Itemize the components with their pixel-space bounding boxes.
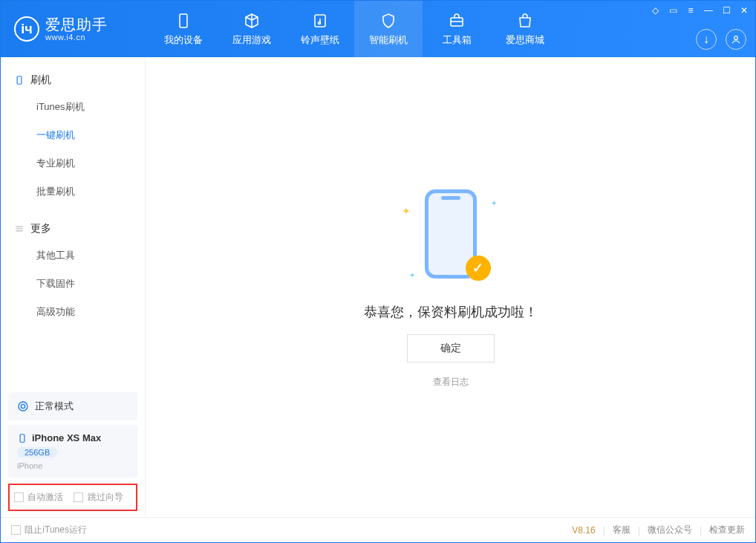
sidebar-item-onekey[interactable]: 一键刷机 xyxy=(1,121,145,149)
svg-rect-7 xyxy=(20,434,25,442)
version-label: V8.16 xyxy=(572,525,595,536)
download-icon[interactable]: ↓ xyxy=(696,29,717,50)
sidebar-item-advanced[interactable]: 高级功能 xyxy=(1,298,145,326)
svg-rect-0 xyxy=(180,14,187,27)
user-icon[interactable] xyxy=(726,29,746,50)
logo-icon: iч xyxy=(14,16,39,42)
sidebar-section-more: 更多 xyxy=(1,216,145,241)
success-message: 恭喜您，保资料刷机成功啦！ xyxy=(364,303,538,321)
tab-store[interactable]: 爱思商城 xyxy=(491,1,559,57)
device-card[interactable]: iPhone XS Max 256GB iPhone xyxy=(8,425,137,478)
success-illustration: ✦ ✦ ✦ ✓ xyxy=(406,186,495,290)
sidebar-section-flash: 刷机 xyxy=(1,68,145,93)
app-name: 爱思助手 xyxy=(45,16,108,33)
shield-icon xyxy=(379,12,397,30)
svg-point-6 xyxy=(19,402,27,411)
bag-icon xyxy=(516,12,534,30)
list-icon[interactable]: ≡ xyxy=(685,5,696,16)
list-small-icon xyxy=(14,224,25,234)
tab-tools[interactable]: 工具箱 xyxy=(423,1,491,57)
device-icon xyxy=(17,433,27,443)
update-link[interactable]: 检查更新 xyxy=(709,524,745,536)
tab-ring[interactable]: 铃声壁纸 xyxy=(286,1,354,57)
close-icon[interactable]: ✕ xyxy=(739,5,749,16)
sidebar: 刷机 iTunes刷机 一键刷机 专业刷机 批量刷机 更多 其他工具 下载固件 … xyxy=(1,57,146,517)
svg-rect-5 xyxy=(17,77,22,85)
cube-icon xyxy=(243,12,261,30)
wechat-link[interactable]: 微信公众号 xyxy=(648,524,692,536)
svg-point-2 xyxy=(319,22,321,24)
music-icon xyxy=(311,12,329,30)
tab-flash[interactable]: 智能刷机 xyxy=(354,1,423,57)
app-domain: www.i4.cn xyxy=(45,33,108,42)
skin-icon[interactable]: ◇ xyxy=(650,5,660,16)
menu-icon[interactable]: ▭ xyxy=(668,5,678,16)
sparkle-icon: ✦ xyxy=(409,271,415,279)
sidebar-item-pro[interactable]: 专业刷机 xyxy=(1,149,145,178)
sync-icon xyxy=(17,400,29,412)
minimize-icon[interactable]: — xyxy=(703,5,714,16)
sparkle-icon: ✦ xyxy=(491,199,497,207)
app-window: iч 爱思助手 www.i4.cn 我的设备 应用游戏 铃声壁纸 智能刷机 xyxy=(0,0,756,543)
phone-small-icon xyxy=(14,75,25,85)
main-content: ✦ ✦ ✦ ✓ 恭喜您，保资料刷机成功啦！ 确定 查看日志 xyxy=(146,57,755,517)
toolbox-icon xyxy=(448,12,466,30)
logo: iч 爱思助手 www.i4.cn xyxy=(1,16,149,42)
device-name: iPhone XS Max xyxy=(32,432,101,443)
body: 刷机 iTunes刷机 一键刷机 专业刷机 批量刷机 更多 其他工具 下载固件 … xyxy=(1,57,755,517)
device-type: iPhone xyxy=(17,461,128,470)
auto-activate-checkbox[interactable]: 自动激活 xyxy=(14,491,63,504)
svg-point-4 xyxy=(734,36,738,40)
ok-button[interactable]: 确定 xyxy=(407,334,495,362)
tab-device[interactable]: 我的设备 xyxy=(149,1,218,57)
check-icon: ✓ xyxy=(466,256,491,281)
window-controls: ◇ ▭ ≡ — ☐ ✕ xyxy=(650,5,749,16)
mode-status: 正常模式 xyxy=(8,392,137,420)
header-actions: ↓ xyxy=(696,29,746,50)
footer: 阻止iTunes运行 V8.16 | 客服 | 微信公众号 | 检查更新 xyxy=(1,517,755,542)
sidebar-item-other[interactable]: 其他工具 xyxy=(1,241,145,270)
main-tabs: 我的设备 应用游戏 铃声壁纸 智能刷机 工具箱 爱思商城 xyxy=(149,1,559,57)
block-itunes-checkbox[interactable]: 阻止iTunes运行 xyxy=(11,524,87,536)
view-log-link[interactable]: 查看日志 xyxy=(433,376,469,388)
skip-guide-checkbox[interactable]: 跳过向导 xyxy=(74,491,123,504)
header: iч 爱思助手 www.i4.cn 我的设备 应用游戏 铃声壁纸 智能刷机 xyxy=(1,1,755,57)
device-capacity: 256GB xyxy=(17,447,57,458)
sidebar-item-firmware[interactable]: 下载固件 xyxy=(1,270,145,298)
tab-apps[interactable]: 应用游戏 xyxy=(218,1,286,57)
phone-icon xyxy=(175,12,192,30)
sidebar-item-batch[interactable]: 批量刷机 xyxy=(1,178,145,206)
maximize-icon[interactable]: ☐ xyxy=(721,5,731,16)
sidebar-item-itunes[interactable]: iTunes刷机 xyxy=(1,93,145,121)
cs-link[interactable]: 客服 xyxy=(613,524,630,536)
options-row: 自动激活 跳过向导 xyxy=(8,484,137,511)
sparkle-icon: ✦ xyxy=(402,205,411,217)
